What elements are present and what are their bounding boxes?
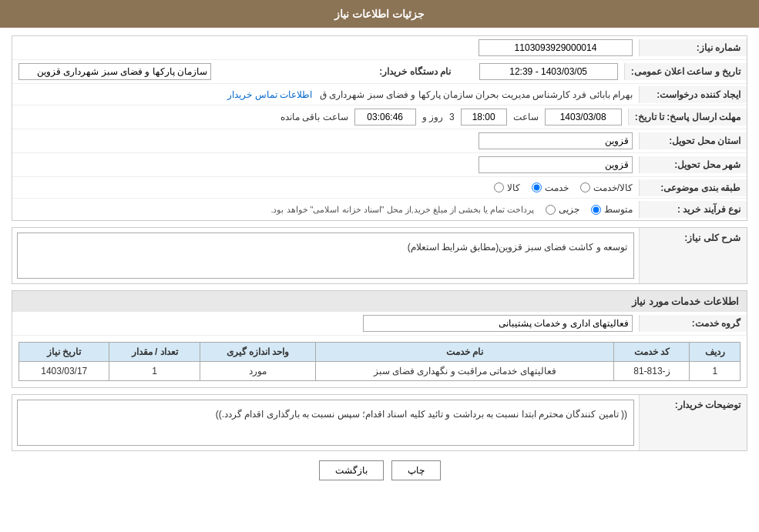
buttons-row: چاپ بازگشت	[12, 460, 747, 480]
city-label: شهر محل تحویل:	[639, 156, 747, 173]
need-desc-section: شرح کلی نیاز: توسعه و کاشت فضای سبز قزوی…	[12, 227, 747, 284]
purchase-type-desc: پرداخت تمام یا بخشی از مبلغ خرید,از محل …	[270, 205, 534, 215]
page-wrapper: جزئیات اطلاعات نیاز شماره نیاز: تاریخ و …	[0, 0, 759, 532]
province-row: استان محل تحویل:	[12, 129, 747, 153]
category-khadamat-item: خدمت	[532, 182, 569, 193]
countdown-row: ساعت 3 روز و ساعت باقی مانده	[18, 109, 622, 125]
col-quantity: تعداد / مقدار	[109, 343, 200, 362]
announce-value: نام دستگاه خریدار:	[217, 60, 624, 83]
city-row: شهر محل تحویل:	[12, 153, 747, 177]
need-desc-box: توسعه و کاشت فضای سبز قزوین(مطابق شرایط …	[17, 233, 634, 279]
time-label: ساعت	[513, 112, 539, 122]
col-date: تاریخ نیاز	[19, 343, 109, 362]
buyer-desc-label: توضیحات خریدار:	[639, 395, 747, 450]
creator-text: بهرام بابائی فرد کارشناس مدیریت بحران سا…	[320, 89, 633, 100]
buyer-desc-box: (( تامین کنندگان محترم ابتدا نسبت به برد…	[17, 400, 634, 446]
creator-value: بهرام بابائی فرد کارشناس مدیریت بحران سا…	[12, 86, 639, 103]
buyer-org-input[interactable]	[18, 63, 211, 80]
main-info-section: شماره نیاز: تاریخ و ساعت اعلان عمومی: نا…	[12, 35, 747, 221]
deadline-value: ساعت 3 روز و ساعت باقی مانده	[12, 105, 628, 129]
page-header: جزئیات اطلاعات نیاز	[0, 0, 759, 28]
deadline-date-input[interactable]	[545, 109, 622, 125]
col-service-name: نام خدمت	[316, 343, 614, 362]
page-title: جزئیات اطلاعات نیاز	[334, 8, 425, 20]
category-khadamat-label: خدمت	[545, 182, 569, 193]
category-row: طبقه بندی موضوعی: کالا/خدمت خدمت کالا	[12, 177, 747, 199]
category-kala-label: کالا	[507, 182, 520, 193]
buyer-desc-area: (( تامین کنندگان محترم ابتدا نسبت به برد…	[12, 395, 639, 450]
services-table: ردیف کد خدمت نام خدمت واحد اندازه گیری ت…	[18, 342, 741, 381]
category-khadamat-radio[interactable]	[532, 182, 542, 192]
services-title: اطلاعات خدمات مورد نیاز	[12, 290, 747, 312]
services-content: گروه خدمت: ردیف کد خدمت نام خدمت و	[12, 312, 747, 388]
deadline-row: مهلت ارسال پاسخ: تا تاریخ: ساعت 3 روز و …	[12, 105, 747, 129]
province-label: استان محل تحویل:	[639, 132, 747, 149]
creator-contact-link[interactable]: اطلاعات تماس خریدار	[227, 89, 312, 100]
purchase-type-options: متوسط جزیی پرداخت تمام یا بخشی از مبلغ خ…	[12, 201, 639, 218]
purchase-mottavaset-label: متوسط	[604, 204, 633, 215]
purchase-type-label: نوع فرآیند خرید :	[639, 201, 747, 218]
category-label: طبقه بندی موضوعی:	[639, 179, 747, 196]
service-group-input[interactable]	[363, 315, 633, 332]
purchase-type-row: نوع فرآیند خرید : متوسط جزیی پرداخت تمام…	[12, 199, 747, 220]
category-radio-group: کالا/خدمت خدمت کالا	[18, 182, 633, 193]
table-cell-row_num: 1	[690, 362, 741, 381]
category-kala-radio[interactable]	[494, 182, 504, 192]
announce-label: تاریخ و ساعت اعلان عمومی:	[624, 63, 747, 80]
need-desc-label: شرح کلی نیاز:	[639, 228, 747, 283]
city-input[interactable]	[479, 156, 633, 173]
service-group-row: گروه خدمت:	[12, 312, 747, 336]
creator-label: ایجاد کننده درخواست:	[639, 86, 747, 103]
col-service-code: کد خدمت	[614, 343, 690, 362]
purchase-jozee-label: جزیی	[559, 204, 579, 215]
days-value: 3	[449, 112, 455, 122]
category-kala-khadamat-label: کالا/خدمت	[593, 182, 633, 193]
table-header-row: ردیف کد خدمت نام خدمت واحد اندازه گیری ت…	[19, 343, 741, 362]
city-value	[12, 153, 639, 176]
buyer-desc-section: توضیحات خریدار: (( تامین کنندگان محترم ا…	[12, 394, 747, 451]
services-section: اطلاعات خدمات مورد نیاز گروه خدمت: ردیف	[12, 290, 747, 388]
need-number-label: شماره نیاز:	[639, 39, 747, 56]
deadline-time-input[interactable]	[461, 109, 507, 125]
days-label: روز و	[422, 112, 443, 122]
purchase-mottavaset-radio[interactable]	[591, 205, 601, 215]
need-number-value	[12, 36, 639, 59]
announce-buyer-row: تاریخ و ساعت اعلان عمومی: نام دستگاه خری…	[12, 60, 747, 84]
province-input[interactable]	[479, 132, 633, 149]
col-unit: واحد اندازه گیری	[200, 343, 315, 362]
category-options: کالا/خدمت خدمت کالا	[12, 179, 639, 196]
need-desc-value-area: توسعه و کاشت فضای سبز قزوین(مطابق شرایط …	[12, 228, 639, 283]
content-area: شماره نیاز: تاریخ و ساعت اعلان عمومی: نا…	[0, 28, 759, 496]
buyer-desc-text: (( تامین کنندگان محترم ابتدا نسبت به برد…	[216, 409, 627, 420]
remaining-time-input[interactable]	[354, 109, 416, 125]
table-cell-service_name: فعالیتهای خدماتی مراقبت و نگهداری فضای س…	[316, 362, 614, 381]
need-number-input[interactable]	[479, 39, 633, 56]
remaining-label: ساعت باقی مانده	[280, 112, 348, 122]
table-row: 1ز-813-81فعالیتهای خدماتی مراقبت و نگهدا…	[19, 362, 741, 381]
purchase-mottavaset-item: متوسط	[591, 204, 633, 215]
creator-row: ایجاد کننده درخواست: بهرام بابائی فرد کا…	[12, 84, 747, 105]
category-kala-item: کالا	[494, 182, 520, 193]
category-kala-khadamat-radio[interactable]	[580, 182, 590, 192]
province-value	[12, 129, 639, 152]
deadline-label: مهلت ارسال پاسخ: تا تاریخ:	[628, 109, 747, 125]
purchase-jozee-radio[interactable]	[546, 205, 556, 215]
purchase-jozee-item: جزیی	[546, 204, 579, 215]
need-number-row: شماره نیاز:	[12, 36, 747, 60]
announce-input[interactable]	[479, 63, 618, 80]
table-cell-quantity: 1	[109, 362, 200, 381]
back-button[interactable]: بازگشت	[319, 460, 384, 480]
category-kala-khadamat-item: کالا/خدمت	[580, 182, 633, 193]
print-button[interactable]: چاپ	[391, 460, 441, 480]
table-cell-unit: مورد	[200, 362, 315, 381]
services-table-wrapper: ردیف کد خدمت نام خدمت واحد اندازه گیری ت…	[12, 336, 747, 387]
col-row-num: ردیف	[690, 343, 741, 362]
service-group-value	[12, 312, 639, 335]
table-cell-service_code: ز-813-81	[614, 362, 690, 381]
service-group-label: گروه خدمت:	[639, 315, 747, 332]
table-cell-date: 1403/03/17	[19, 362, 109, 381]
buyer-org-label: نام دستگاه خریدار:	[379, 66, 451, 77]
need-desc-text: توسعه و کاشت فضای سبز قزوین(مطابق شرایط …	[408, 242, 627, 253]
